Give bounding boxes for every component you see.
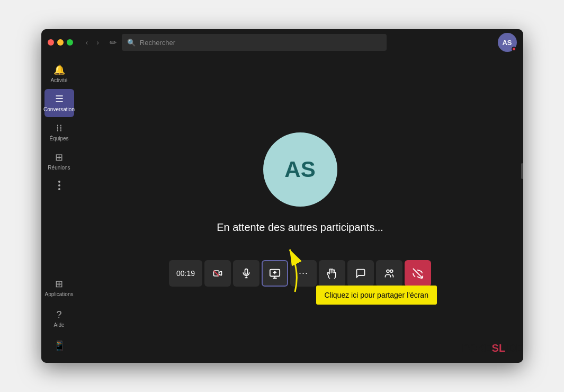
close-button[interactable] <box>48 39 54 46</box>
participant-avatar: AS <box>263 132 337 207</box>
participants-button[interactable] <box>376 260 402 287</box>
brand-ide: IDE <box>505 342 523 354</box>
sidebar-item-meetings[interactable]: ⊞ Réunions <box>44 147 74 175</box>
titlebar: ‹ › ✏ 🔍 Rechercher AS <box>41 29 523 56</box>
teams-window: ‹ › ✏ 🔍 Rechercher AS 🔔 Activité <box>41 29 523 363</box>
search-icon: 🔍 <box>127 39 136 47</box>
svg-point-9 <box>390 270 393 272</box>
brand-poke: POKE <box>462 342 492 354</box>
meetings-icon: ⊞ <box>55 152 63 163</box>
status-dot <box>512 47 516 51</box>
camera-button[interactable] <box>204 260 231 287</box>
sidebar-item-applications[interactable]: ⊞ Applications <box>44 274 74 302</box>
sidebar-label-meetings: Réunions <box>48 165 70 171</box>
activity-icon: 🔔 <box>53 64 65 76</box>
applications-icon: ⊞ <box>55 278 63 290</box>
call-controls: 00:19 <box>169 260 431 287</box>
branding: POKE SL IDE <box>462 342 523 354</box>
share-tooltip: Cliquez ici pour partager l'écran <box>316 286 437 305</box>
sidebar-label-help: Aide <box>53 322 64 328</box>
mic-button[interactable] <box>233 260 259 287</box>
sidebar: 🔔 Activité ☰ Conversation ⁞⁞ Équipes ⊞ R… <box>41 56 77 363</box>
call-area: AS En attente des autres participants...… <box>77 56 523 363</box>
sidebar-label-activity: Activité <box>50 77 67 84</box>
conversation-icon: ☰ <box>55 93 64 105</box>
svg-rect-2 <box>245 269 248 274</box>
call-timer: 00:19 <box>169 260 202 287</box>
sidebar-label-applications: Applications <box>45 291 74 298</box>
raise-hand-button[interactable] <box>319 260 345 287</box>
back-arrow[interactable]: ‹ <box>83 36 92 49</box>
share-button[interactable] <box>262 260 288 287</box>
sidebar-item-more[interactable] <box>44 176 74 194</box>
teams-icon: ⁞⁞ <box>56 122 62 134</box>
more-options-button[interactable]: ··· <box>290 260 317 287</box>
svg-point-8 <box>387 270 389 272</box>
forward-arrow[interactable]: › <box>93 36 102 49</box>
sidebar-label-conversation: Conversation <box>43 106 75 113</box>
more-dots-icon <box>58 181 60 190</box>
search-placeholder: Rechercher <box>140 39 175 47</box>
sidebar-item-conversation[interactable]: ☰ Conversation <box>44 89 74 117</box>
sidebar-bottom: ⊞ Applications ? Aide 📱 <box>44 274 74 363</box>
svg-line-1 <box>214 271 219 276</box>
search-bar[interactable]: 🔍 Rechercher <box>122 34 387 51</box>
compose-icon[interactable]: ✏ <box>110 38 117 48</box>
sidebar-item-teams[interactable]: ⁞⁞ Équipes <box>44 118 74 146</box>
main-content: 🔔 Activité ☰ Conversation ⁞⁞ Équipes ⊞ R… <box>41 56 523 363</box>
brand-sl: SL <box>492 342 506 354</box>
maximize-button[interactable] <box>67 39 73 46</box>
chat-button[interactable] <box>347 260 374 287</box>
end-call-button[interactable] <box>405 260 431 287</box>
participant-initials: AS <box>284 157 315 182</box>
minimize-button[interactable] <box>57 39 64 46</box>
waiting-text: En attente des autres participants... <box>217 221 383 234</box>
help-icon: ? <box>56 309 61 320</box>
scrollbar-hint <box>521 163 523 179</box>
device-icon: 📱 <box>53 340 65 352</box>
user-avatar[interactable]: AS <box>498 33 517 52</box>
traffic-lights <box>48 39 73 46</box>
sidebar-label-teams: Équipes <box>49 136 68 142</box>
sidebar-item-activity[interactable]: 🔔 Activité <box>44 60 74 88</box>
sidebar-item-device[interactable]: 📱 <box>44 336 74 358</box>
avatar-initials: AS <box>502 39 512 47</box>
nav-arrows: ‹ › <box>83 36 102 49</box>
sidebar-item-help[interactable]: ? Aide <box>44 305 74 333</box>
